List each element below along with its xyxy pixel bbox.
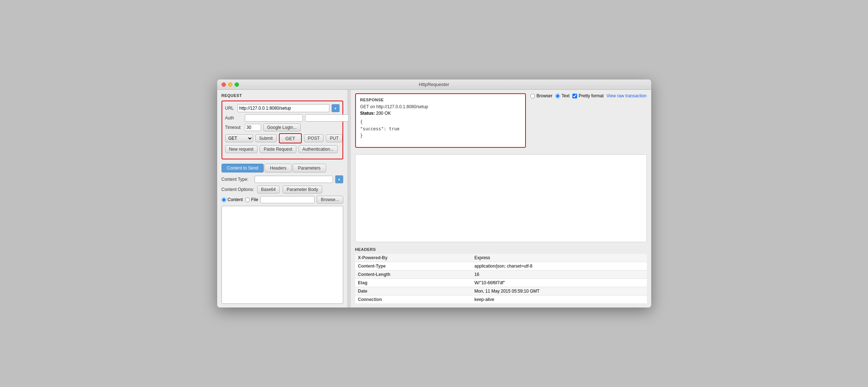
headers-table: X-Powered-ByExpressContent-Typeapplicati… xyxy=(355,254,647,304)
url-input[interactable] xyxy=(238,104,329,112)
timeout-input[interactable] xyxy=(245,124,261,131)
method-select[interactable]: GET POST PUT DELETE xyxy=(225,134,253,142)
google-login-button[interactable]: Google Login... xyxy=(263,123,301,131)
header-row: EtagW/"10-66f6f7df" xyxy=(355,279,647,287)
header-row: DateMon, 11 May 2015 05:59:10 GMT xyxy=(355,287,647,296)
header-row: Content-Typeapplication/json; charset=ut… xyxy=(355,262,647,270)
content-type-row: Content Type: ▾ xyxy=(222,175,343,183)
content-type-dropdown[interactable]: ▾ xyxy=(335,175,343,183)
headers-section: Headers X-Powered-ByExpressContent-Typea… xyxy=(355,247,647,304)
url-row: URL ▾ xyxy=(225,104,340,112)
response-empty-area xyxy=(355,154,647,242)
get-button[interactable]: GET xyxy=(279,133,302,143)
content-radio[interactable] xyxy=(222,197,226,202)
traffic-lights xyxy=(222,82,239,87)
header-key: X-Powered-By xyxy=(355,254,472,262)
tab-content-to-send[interactable]: Content to Send xyxy=(222,164,264,172)
text-radio[interactable] xyxy=(555,94,560,98)
response-body: { "success": true } xyxy=(360,119,521,140)
content-type-label: Content Type: xyxy=(222,177,252,182)
response-line-2: "success": true xyxy=(360,126,521,133)
header-value: Mon, 11 May 2015 05:59:10 GMT xyxy=(471,287,646,296)
view-raw-link[interactable]: View raw transaction xyxy=(607,93,647,98)
radio-row: Content File Browse... xyxy=(222,196,343,204)
window-title: HttpRequester xyxy=(419,82,449,87)
browse-button[interactable]: Browse... xyxy=(317,196,343,204)
header-key: Date xyxy=(355,287,472,296)
header-value: W/"10-66f6f7df" xyxy=(471,279,646,287)
header-key: Etag xyxy=(355,279,472,287)
pretty-format-checkbox[interactable] xyxy=(572,94,577,98)
header-value: application/json; charset=utf-8 xyxy=(471,262,646,270)
content-textarea[interactable] xyxy=(222,206,343,304)
minimize-button[interactable] xyxy=(228,82,232,87)
request-box: URL ▾ Auth Timeout Google Login... xyxy=(222,101,343,159)
left-panel: Request URL ▾ Auth Timeout xyxy=(217,90,348,307)
status-value: 200 OK xyxy=(376,111,391,116)
tabs-row: Content to Send Headers Parameters xyxy=(222,164,343,172)
auth-label: Auth xyxy=(225,115,243,121)
file-radio-label[interactable]: File xyxy=(245,197,258,202)
param-body-button[interactable]: Parameter Body xyxy=(283,186,322,194)
file-path-input[interactable] xyxy=(260,196,315,203)
paste-request-button[interactable]: Paste Request xyxy=(260,145,296,153)
auth-input[interactable] xyxy=(245,114,303,122)
headers-title: Headers xyxy=(355,247,647,252)
pretty-format-label[interactable]: Pretty format xyxy=(572,93,604,98)
header-key: Connection xyxy=(355,296,472,304)
response-toolbar: Browser Text Pretty format View raw tran… xyxy=(530,93,646,98)
timeout-row: Timeout Google Login... xyxy=(225,123,340,131)
method-row: GET POST PUT DELETE Submit GET POST PUT xyxy=(225,133,340,143)
url-label: URL xyxy=(225,106,235,111)
response-url: GET on http://127.0.0.1:8080/setup xyxy=(360,104,521,109)
browser-radio[interactable] xyxy=(530,94,535,98)
header-key: Content-Length xyxy=(355,270,472,279)
url-dropdown-button[interactable]: ▾ xyxy=(332,104,340,112)
right-panel: Response GET on http://127.0.0.1:8080/se… xyxy=(351,90,651,307)
tab-parameters[interactable]: Parameters xyxy=(293,164,326,172)
browser-radio-label[interactable]: Browser xyxy=(530,93,552,98)
header-row: Connectionkeep-alive xyxy=(355,296,647,304)
content-options-label: Content Options: xyxy=(222,187,254,192)
response-box: Response GET on http://127.0.0.1:8080/se… xyxy=(355,93,526,148)
status-label: Status: xyxy=(360,111,375,116)
header-value: 16 xyxy=(471,270,646,279)
maximize-button[interactable] xyxy=(235,82,239,87)
timeout-label: Timeout xyxy=(225,125,243,130)
app-window: HttpRequester Request URL ▾ Auth xyxy=(217,80,651,307)
new-request-button[interactable]: New request xyxy=(225,145,257,153)
header-value: keep-alive xyxy=(471,296,646,304)
request-section-title: Request xyxy=(222,93,343,98)
content-radio-label[interactable]: Content xyxy=(222,197,243,202)
response-title: Response xyxy=(360,98,521,102)
main-content: Request URL ▾ Auth Timeout xyxy=(217,90,651,307)
titlebar: HttpRequester xyxy=(217,80,651,90)
auth-row: Auth xyxy=(225,114,340,122)
file-radio[interactable] xyxy=(245,197,250,202)
put-button[interactable]: PUT xyxy=(326,134,342,142)
response-line-1: { xyxy=(360,119,521,126)
submit-button[interactable]: Submit xyxy=(255,134,277,142)
header-key: Content-Type xyxy=(355,262,472,270)
authentication-button[interactable]: Authentication... xyxy=(299,145,338,153)
base64-button[interactable]: Base64 xyxy=(257,186,280,194)
header-row: X-Powered-ByExpress xyxy=(355,254,647,262)
post-button[interactable]: POST xyxy=(304,134,324,142)
action-row: New request Paste Request Authentication… xyxy=(225,145,340,153)
response-line-3: } xyxy=(360,133,521,139)
header-value: Express xyxy=(471,254,646,262)
close-button[interactable] xyxy=(222,82,226,87)
response-status: Status: 200 OK xyxy=(360,111,521,116)
panel-divider[interactable]: ⋮ xyxy=(348,90,351,307)
tab-headers[interactable]: Headers xyxy=(264,164,292,172)
header-row: Content-Length16 xyxy=(355,270,647,279)
content-type-input[interactable] xyxy=(255,176,333,183)
text-radio-label[interactable]: Text xyxy=(555,93,569,98)
content-options-row: Content Options: Base64 Parameter Body xyxy=(222,186,343,194)
